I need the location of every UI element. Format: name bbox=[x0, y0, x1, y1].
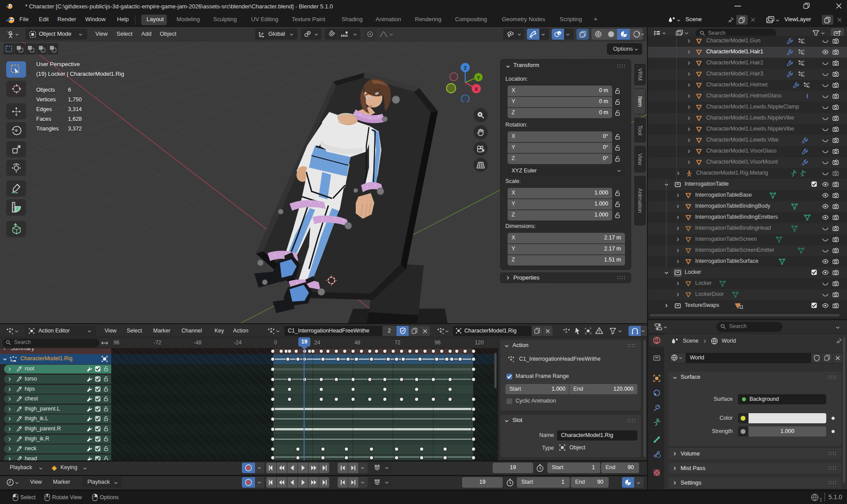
svg-text:Y: Y bbox=[477, 75, 480, 80]
svg-text:Z: Z bbox=[464, 65, 467, 71]
svg-text:X: X bbox=[474, 86, 478, 92]
